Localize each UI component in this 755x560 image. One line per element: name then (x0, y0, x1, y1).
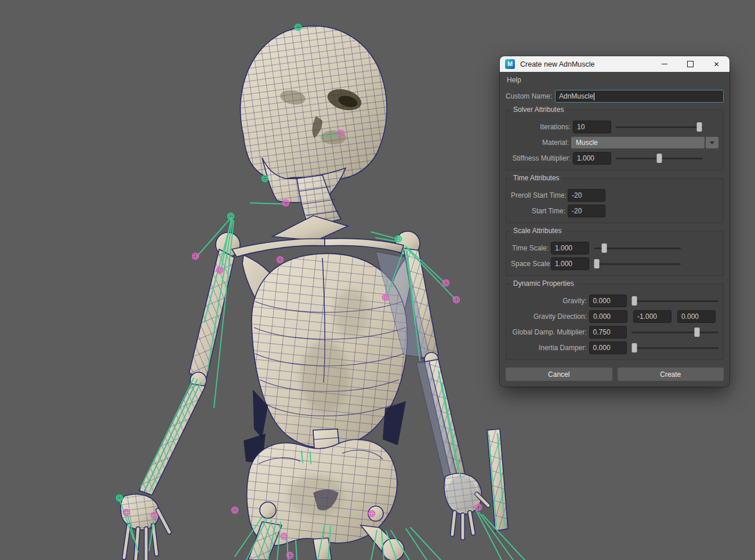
dialog-title: Create new AdnMuscle (520, 60, 651, 68)
preroll-start-time-label: Preroll Start Time: (511, 191, 565, 199)
create-button[interactable]: Create (618, 368, 724, 381)
slider-handle[interactable] (697, 122, 702, 132)
inertia-damper-label: Inertia Damper: (511, 344, 587, 352)
slider-track (631, 332, 718, 333)
preroll-start-time-input[interactable]: -20 (568, 189, 605, 202)
time-attributes-title: Time Attributes (511, 174, 562, 182)
custom-name-input[interactable]: AdnMuscle (555, 90, 724, 103)
material-dropdown[interactable]: Muscle (571, 137, 718, 148)
start-time-label: Start Time: (511, 207, 565, 215)
slider-handle[interactable] (631, 296, 637, 306)
dynamic-properties-title: Dynamic Properties (511, 279, 576, 288)
inertia-damper-input[interactable]: 0.000 (589, 341, 627, 354)
slider-track (631, 347, 718, 349)
slider-handle[interactable] (602, 243, 607, 253)
material-value[interactable]: Muscle (571, 137, 705, 148)
space-scale-input[interactable]: 1.000 (551, 257, 589, 270)
chevron-down-icon (710, 141, 714, 144)
material-label: Material: (511, 139, 569, 147)
text-cursor (594, 93, 594, 100)
time-scale-input[interactable]: 1.000 (551, 242, 589, 254)
maya-logo-icon: M (505, 59, 515, 69)
help-menu[interactable]: Help (507, 76, 521, 84)
stiffness-slider[interactable] (616, 154, 703, 163)
scale-attributes-group: Scale Attributes Time Scale: 1.000 Space… (506, 231, 724, 276)
maximize-icon (687, 61, 694, 67)
gravity-label: Gravity: (511, 297, 587, 305)
stiffness-input[interactable]: 1.000 (573, 152, 611, 165)
time-scale-label: Time Scale: (511, 244, 549, 252)
global-damp-label: Global Damp. Multiplier: (511, 328, 587, 336)
slider-track (616, 126, 703, 128)
solver-attributes-group: Solver Attributes Iterations: 10 Materia… (506, 110, 724, 170)
close-button[interactable]: ✕ (703, 56, 729, 72)
inertia-damper-slider[interactable] (631, 343, 718, 352)
slider-handle[interactable] (657, 154, 662, 163)
gravity-input[interactable]: 0.000 (589, 294, 627, 307)
menubar: Help (500, 72, 729, 85)
gravity-direction-label: Gravity Direction: (511, 312, 587, 321)
minimize-icon (662, 64, 667, 64)
gravity-direction-x-input[interactable]: 0.000 (589, 310, 627, 323)
gravity-direction-y-input[interactable]: -1.000 (633, 310, 671, 323)
slider-track (594, 248, 681, 249)
iterations-slider[interactable] (616, 122, 703, 132)
solver-attributes-title: Solver Attributes (511, 106, 566, 114)
time-scale-slider[interactable] (594, 243, 681, 253)
slider-handle[interactable] (631, 343, 637, 352)
create-adnmuscle-dialog: M Create new AdnMuscle ✕ Help Custom Nam… (500, 56, 729, 387)
slider-handle[interactable] (594, 259, 599, 268)
global-damp-input[interactable]: 0.750 (589, 326, 627, 339)
slider-track (631, 300, 718, 302)
dynamic-properties-group: Dynamic Properties Gravity: 0.000 Gravit… (506, 283, 724, 360)
gravity-slider[interactable] (631, 296, 718, 306)
slider-handle[interactable] (694, 328, 699, 337)
space-scale-slider[interactable] (594, 259, 681, 268)
scale-attributes-title: Scale Attributes (511, 227, 564, 235)
material-dropdown-button[interactable] (706, 137, 718, 148)
minimize-button[interactable] (651, 56, 677, 72)
space-scale-label: Space Scale: (511, 260, 549, 268)
global-damp-slider[interactable] (631, 328, 718, 337)
start-time-input[interactable]: -20 (568, 205, 605, 217)
slider-track (594, 263, 681, 265)
custom-name-label: Custom Name: (506, 92, 552, 100)
gravity-direction-z-input[interactable]: 0.000 (677, 310, 716, 323)
iterations-input[interactable]: 10 (573, 121, 611, 133)
dialog-titlebar[interactable]: M Create new AdnMuscle ✕ (500, 56, 729, 72)
maximize-button[interactable] (677, 56, 703, 72)
time-attributes-group: Time Attributes Preroll Start Time: -20 … (506, 178, 724, 223)
stiffness-label: Stiffness Multiplier: (511, 154, 571, 162)
close-icon: ✕ (713, 61, 719, 68)
iterations-label: Iterations: (511, 123, 571, 131)
cancel-button[interactable]: Cancel (506, 368, 612, 381)
